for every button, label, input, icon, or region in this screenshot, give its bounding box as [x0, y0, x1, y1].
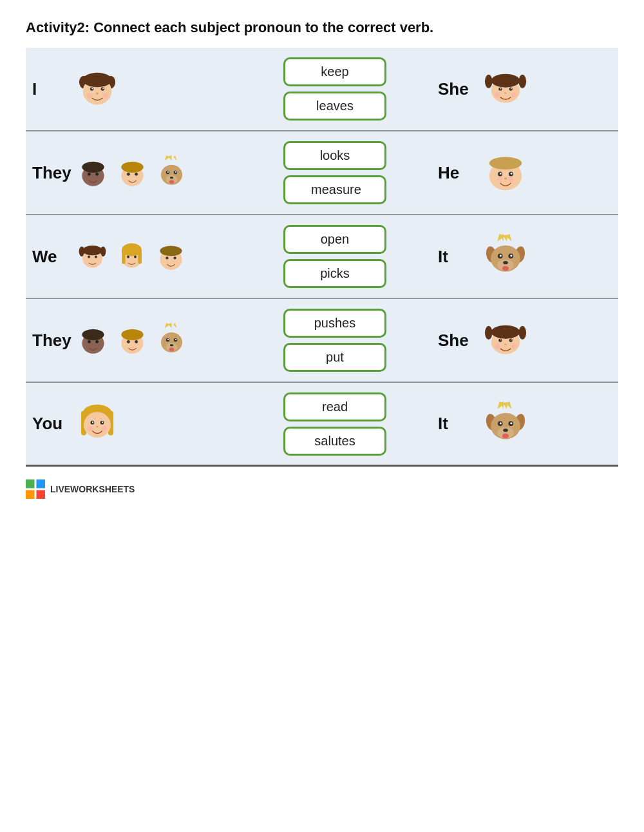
verb-pushes: pushes — [283, 309, 386, 338]
pronoun-we: We — [32, 247, 71, 267]
left-col-4: They — [26, 323, 245, 358]
svg-point-116 — [92, 421, 93, 422]
svg-point-83 — [95, 340, 99, 343]
svg-point-133 — [503, 429, 508, 432]
svg-point-118 — [96, 425, 99, 427]
face-girl-pigtails-2 — [483, 318, 528, 363]
verb-salutes: salutes — [283, 427, 386, 456]
svg-point-29 — [135, 172, 138, 175]
svg-point-14 — [491, 74, 520, 88]
face-light-boy-2 — [115, 323, 150, 358]
svg-point-117 — [102, 421, 103, 422]
face-dark-boy — [75, 155, 111, 191]
svg-point-45 — [500, 173, 502, 175]
svg-point-24 — [88, 172, 91, 175]
svg-point-61 — [134, 255, 137, 258]
svg-point-76 — [500, 255, 502, 256]
svg-point-8 — [96, 93, 99, 95]
svg-point-134 — [502, 433, 509, 438]
svg-point-87 — [135, 340, 138, 343]
verb-looks: looks — [283, 141, 386, 170]
pronoun-she-2: She — [438, 331, 477, 351]
face-girl-pigtails-dark — [75, 66, 120, 111]
middle-col-2: looks measure — [245, 141, 425, 204]
svg-point-10 — [102, 93, 108, 98]
svg-point-17 — [500, 88, 502, 90]
face-dark-boy-2 — [75, 323, 111, 358]
svg-point-105 — [500, 340, 502, 341]
svg-point-20 — [495, 92, 500, 97]
svg-point-46 — [511, 173, 513, 175]
svg-point-3 — [83, 73, 112, 87]
svg-point-96 — [175, 338, 176, 340]
svg-point-28 — [127, 172, 130, 175]
svg-point-7 — [102, 88, 104, 89]
pronoun-I: I — [32, 79, 71, 99]
middle-col-4: pushes put — [245, 309, 425, 372]
svg-point-107 — [504, 343, 507, 345]
svg-point-21 — [511, 92, 516, 97]
footer: LIVEWORKSHEETS — [26, 479, 618, 499]
svg-rect-136 — [37, 479, 46, 489]
svg-point-99 — [485, 326, 493, 340]
svg-point-19 — [504, 92, 507, 93]
face-blonde-girl — [114, 239, 149, 275]
middle-col-3: open picks — [245, 225, 425, 288]
svg-point-98 — [169, 347, 174, 351]
svg-point-85 — [121, 329, 143, 340]
svg-point-77 — [510, 255, 512, 256]
face-dog-4 — [483, 401, 528, 447]
verb-open: open — [283, 225, 386, 254]
left-col-2: They — [26, 155, 245, 191]
svg-point-108 — [495, 343, 500, 349]
svg-point-25 — [95, 172, 99, 175]
verb-keep: keep — [283, 57, 386, 86]
svg-point-47 — [504, 177, 507, 180]
liveworksheets-logo-icon — [26, 479, 45, 499]
svg-point-65 — [173, 256, 176, 259]
face-girl-pigtails-light — [483, 66, 528, 111]
verb-leaves: leaves — [283, 92, 386, 121]
verb-picks: picks — [283, 259, 386, 288]
svg-rect-135 — [26, 479, 35, 489]
svg-point-48 — [497, 177, 502, 182]
pronoun-it-2: It — [438, 414, 477, 434]
pronoun-it-1: It — [438, 247, 477, 267]
face-girl-pigtails-sm — [75, 239, 110, 275]
svg-point-27 — [121, 161, 143, 172]
svg-point-102 — [491, 325, 520, 339]
svg-point-132 — [510, 422, 512, 424]
svg-point-60 — [127, 255, 129, 258]
svg-point-23 — [82, 161, 104, 172]
svg-point-54 — [88, 255, 90, 258]
face-dog-3 — [154, 323, 189, 358]
svg-point-18 — [511, 88, 512, 90]
face-dog-2 — [483, 234, 528, 279]
row-5: You — [26, 383, 618, 467]
verb-read: read — [283, 392, 386, 421]
middle-col-1: keep leaves — [245, 57, 425, 121]
verb-measure: measure — [283, 175, 386, 204]
svg-marker-90 — [168, 323, 172, 328]
svg-rect-137 — [26, 490, 35, 499]
svg-marker-89 — [173, 323, 177, 328]
svg-point-100 — [518, 326, 526, 340]
left-col-1: I — [26, 66, 245, 111]
svg-point-79 — [502, 266, 509, 271]
pronoun-you: You — [32, 414, 71, 434]
activity-title: Activity2: Connect each subject pronoun … — [26, 19, 618, 36]
svg-point-106 — [511, 340, 512, 341]
face-blonde-girl-large — [75, 401, 120, 447]
svg-point-11 — [485, 75, 493, 88]
pronoun-they-2: They — [32, 331, 71, 351]
svg-rect-58 — [122, 249, 126, 264]
svg-point-97 — [169, 344, 173, 346]
face-dog-1 — [154, 155, 189, 191]
svg-point-81 — [82, 329, 104, 340]
pronoun-he: He — [438, 163, 477, 183]
middle-col-5: read salutes — [245, 392, 425, 456]
svg-point-12 — [518, 75, 526, 88]
svg-point-120 — [102, 425, 107, 431]
left-col-5: You — [26, 401, 245, 447]
face-he-boy — [483, 150, 528, 195]
